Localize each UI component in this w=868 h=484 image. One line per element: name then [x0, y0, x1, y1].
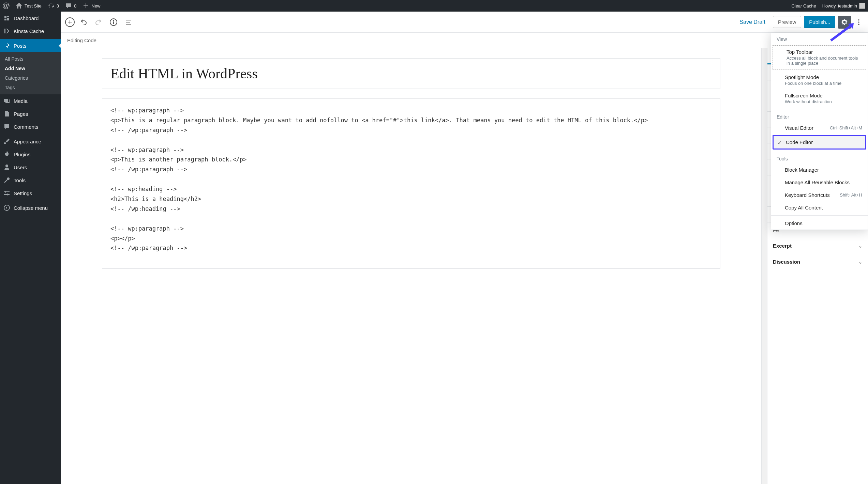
sidebar-item-label: Collapse menu	[14, 205, 48, 211]
outline-button[interactable]	[122, 16, 135, 28]
comments-icon	[3, 123, 10, 130]
editing-code-label: Editing Code	[67, 37, 96, 43]
post-title-input[interactable]: Edit HTML in WordPress	[102, 58, 720, 89]
scrollbar[interactable]	[761, 48, 767, 484]
menu-fullscreen-mode[interactable]: Fullscreen Mode Work without distraction	[771, 89, 868, 108]
sidebar-sub-add-new[interactable]: Add New	[0, 64, 61, 73]
pin-icon	[3, 42, 10, 49]
admin-bar: Test Site 3 0 New Clear Cache Howdy, tes…	[0, 0, 868, 12]
admin-sidebar: Dashboard Kinsta Cache Posts All Posts A…	[0, 12, 61, 484]
publish-button[interactable]: Publish...	[804, 16, 835, 28]
check-icon: ✓	[778, 140, 782, 145]
sidebar-item-pages[interactable]: Pages	[0, 107, 61, 120]
settings-row-excerpt[interactable]: Excerpt⌄	[767, 238, 868, 254]
code-editor-textarea[interactable]: <!-- wp:paragraph --> <p>This is a regul…	[102, 98, 720, 269]
more-menu-dropdown: View Top Toolbar Access all block and do…	[771, 33, 868, 230]
sidebar-item-label: Users	[14, 165, 27, 170]
redo-button[interactable]	[92, 16, 105, 28]
sidebar-item-dashboard[interactable]: Dashboard	[0, 12, 61, 25]
menu-item-label: Code Editor	[786, 139, 813, 145]
sidebar-sub-all-posts[interactable]: All Posts	[0, 54, 61, 64]
sidebar-item-label: Media	[14, 98, 28, 104]
menu-reusable-blocks[interactable]: Manage All Reusable Blocks	[771, 176, 868, 189]
account-link[interactable]: Howdy, testadmin	[822, 3, 865, 9]
home-icon	[16, 2, 23, 9]
comments-link[interactable]: 0	[65, 2, 76, 9]
menu-item-label: Copy All Content	[785, 205, 823, 210]
page-icon	[3, 110, 10, 117]
more-menu-button[interactable]	[854, 16, 864, 29]
sidebar-sub-tags[interactable]: Tags	[0, 83, 61, 92]
svg-point-2	[858, 19, 859, 20]
clear-cache[interactable]: Clear Cache	[791, 3, 816, 9]
undo-button[interactable]	[77, 16, 90, 28]
info-icon	[109, 18, 118, 26]
sidebar-item-label: Tools	[14, 177, 26, 183]
sidebar-item-kinsta[interactable]: Kinsta Cache	[0, 25, 61, 37]
sidebar-item-appearance[interactable]: Appearance	[0, 135, 61, 148]
menu-item-shortcut: Ctrl+Shift+Alt+M	[830, 125, 862, 130]
menu-item-desc: Access all block and document tools in a…	[787, 56, 860, 66]
sidebar-item-settings[interactable]: Settings	[0, 187, 61, 200]
howdy-label: Howdy, testadmin	[822, 3, 857, 9]
gear-icon	[841, 18, 848, 26]
menu-item-label: Spotlight Mode	[785, 74, 819, 80]
svg-point-4	[858, 24, 859, 25]
dropdown-section-view: View	[771, 33, 868, 44]
sidebar-item-users[interactable]: Users	[0, 161, 61, 174]
sidebar-item-tools[interactable]: Tools	[0, 174, 61, 187]
plus-icon	[83, 2, 89, 9]
updates-link[interactable]: 3	[48, 2, 59, 9]
save-draft-button[interactable]: Save Draft	[735, 16, 770, 28]
sidebar-item-posts[interactable]: Posts	[0, 39, 61, 52]
editor-main: Edit HTML in WordPress <!-- wp:paragraph…	[61, 48, 761, 484]
sidebar-sub-categories[interactable]: Categories	[0, 73, 61, 83]
new-link[interactable]: New	[83, 2, 100, 9]
kebab-icon	[855, 18, 863, 26]
media-icon	[3, 97, 10, 104]
info-button[interactable]	[107, 16, 120, 28]
menu-copy-all[interactable]: Copy All Content	[771, 201, 868, 214]
comments-count: 0	[74, 3, 76, 9]
sidebar-item-collapse[interactable]: Collapse menu	[0, 201, 61, 214]
menu-block-manager[interactable]: Block Manager	[771, 163, 868, 176]
plus-icon	[67, 19, 73, 25]
editor-toolbar: Save Draft Preview Publish...	[61, 12, 868, 33]
menu-code-editor[interactable]: ✓ Code Editor	[773, 135, 866, 150]
sidebar-item-label: Comments	[14, 124, 39, 130]
kinsta-icon	[3, 28, 10, 34]
sidebar-item-label: Pages	[14, 111, 28, 117]
sidebar-item-media[interactable]: Media	[0, 94, 61, 107]
settings-toggle-button[interactable]	[838, 16, 851, 29]
sidebar-item-label: Dashboard	[14, 15, 39, 21]
wp-logo[interactable]	[3, 2, 10, 9]
update-icon	[48, 2, 55, 9]
menu-visual-editor[interactable]: Visual EditorCtrl+Shift+Alt+M	[771, 122, 868, 134]
preview-button[interactable]: Preview	[773, 16, 801, 28]
add-block-button[interactable]	[65, 17, 75, 27]
menu-keyboard-shortcuts[interactable]: Keyboard ShortcutsShift+Alt+H	[771, 189, 868, 201]
sidebar-item-label: Kinsta Cache	[14, 28, 44, 34]
collapse-icon	[3, 204, 10, 211]
new-label: New	[91, 3, 100, 9]
sidebar-item-label: Posts	[14, 43, 27, 49]
dashboard-icon	[3, 15, 10, 21]
site-name: Test Site	[25, 3, 42, 9]
menu-top-toolbar[interactable]: Top Toolbar Access all block and documen…	[773, 46, 866, 69]
menu-options[interactable]: Options	[771, 217, 868, 230]
site-link[interactable]: Test Site	[16, 2, 42, 9]
sidebar-item-label: Plugins	[14, 152, 30, 157]
updates-count: 3	[57, 3, 59, 9]
menu-spotlight-mode[interactable]: Spotlight Mode Focus on one block at a t…	[771, 71, 868, 89]
sidebar-submenu-posts: All Posts Add New Categories Tags	[0, 52, 61, 94]
plug-icon	[3, 151, 10, 158]
sidebar-item-comments[interactable]: Comments	[0, 120, 61, 133]
sidebar-item-plugins[interactable]: Plugins	[0, 148, 61, 161]
comment-icon	[65, 2, 72, 9]
wordpress-icon	[3, 2, 10, 9]
settings-row-discussion[interactable]: Discussion⌄	[767, 254, 868, 270]
menu-item-label: Visual Editor	[785, 125, 813, 131]
editor-subhead: Editing Code Exit Code Editor	[61, 33, 868, 48]
menu-item-desc: Work without distraction	[785, 99, 862, 104]
user-icon	[3, 164, 10, 171]
